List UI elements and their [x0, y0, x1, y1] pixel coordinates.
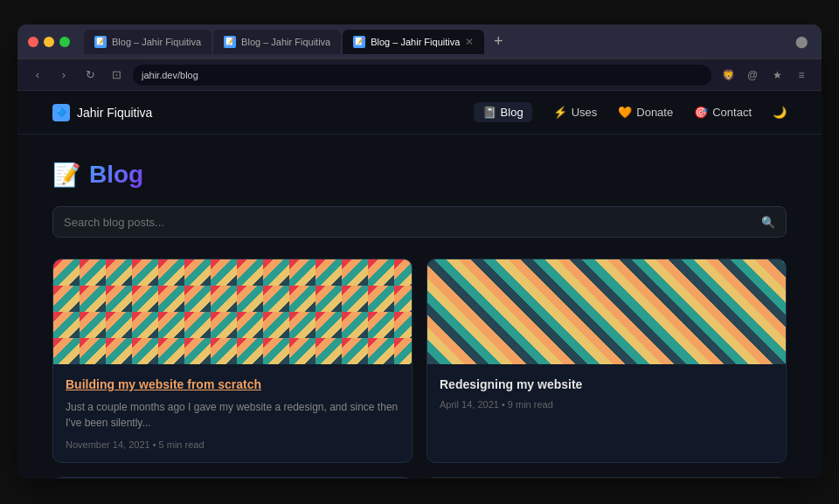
reload-button[interactable]: ↻ [80, 66, 100, 85]
nav-contact[interactable]: 🎯 Contact [694, 106, 752, 119]
blog-icon: 📓 [482, 106, 496, 119]
blog-card-4[interactable]: Which tools do I use? June 26, 2020 • 2 … [426, 477, 787, 479]
nav-donate[interactable]: 🧡 Donate [618, 106, 673, 119]
fullscreen-button[interactable] [59, 37, 70, 47]
site-nav: 🔷 Jahir Fiquitiva 📓 Blog ⚡ Uses 🧡 Donate [17, 91, 822, 135]
nav-blog-label: Blog [501, 106, 524, 119]
page-title: Blog [89, 161, 143, 189]
page-content: 🔷 Jahir Fiquitiva 📓 Blog ⚡ Uses 🧡 Donate [17, 91, 822, 479]
main-content: 📝 Blog 🔍 Building my website from scratc… [17, 135, 822, 479]
traffic-lights [28, 37, 70, 47]
blog-card-3-image [53, 478, 412, 479]
tab-1[interactable]: 📝 Blog – Jahir Fiquitiva [84, 30, 211, 54]
toolbar: ‹ › ↻ ⊡ jahir.dev/blog 🦁 @ ★ ≡ [17, 59, 822, 91]
back-button[interactable]: ‹ [28, 66, 47, 85]
star-icon[interactable]: ★ [767, 66, 787, 85]
nav-blog[interactable]: 📓 Blog [474, 102, 532, 122]
nav-donate-label: Donate [636, 106, 673, 119]
blog-card-1-meta: November 14, 2021 • 5 min read [66, 439, 399, 450]
logo-icon: 🔷 [52, 104, 70, 121]
blog-card-1-title: Building my website from scratch [66, 376, 399, 394]
page-title-icon: 📝 [52, 162, 80, 189]
menu-icon[interactable]: ≡ [792, 66, 811, 85]
blog-card-2-meta: April 14, 2021 • 9 min read [440, 399, 773, 410]
blog-card-2-body: Redesigning my website April 14, 2021 • … [427, 364, 786, 422]
tab-3-label: Blog – Jahir Fiquitiva [371, 37, 460, 47]
blog-card-1-image [53, 259, 412, 364]
forward-button[interactable]: › [54, 66, 73, 85]
address-bar[interactable]: jahir.dev/blog [133, 65, 711, 86]
blog-card-4-image [427, 478, 786, 479]
minimize-button[interactable] [44, 37, 54, 47]
nav-uses-label: Uses [572, 106, 598, 119]
window-control-right: ⬤ [792, 32, 811, 52]
page-title-area: 📝 Blog [52, 161, 787, 189]
titlebar: 📝 Blog – Jahir Fiquitiva 📝 Blog – Jahir … [17, 24, 822, 59]
nav-uses[interactable]: ⚡ Uses [553, 106, 598, 119]
tab-3-close[interactable]: ✕ [465, 36, 474, 48]
tab-2-favicon: 📝 [224, 36, 236, 48]
blog-card-2-image [427, 259, 786, 364]
nav-links: 📓 Blog ⚡ Uses 🧡 Donate 🎯 Contact [474, 102, 787, 122]
toolbar-extensions: 🦁 @ ★ ≡ [718, 66, 811, 85]
site-logo[interactable]: 🔷 Jahir Fiquitiva [52, 104, 152, 121]
theme-icon: 🌙 [773, 106, 787, 119]
address-url: jahir.dev/blog [142, 70, 198, 80]
account-icon[interactable]: @ [743, 66, 762, 85]
tab-2[interactable]: 📝 Blog – Jahir Fiquitiva [213, 30, 341, 54]
nav-contact-label: Contact [712, 106, 752, 119]
brave-icon[interactable]: 🦁 [718, 66, 738, 85]
donate-icon: 🧡 [618, 106, 632, 119]
logo-text: Jahir Fiquitiva [77, 106, 152, 120]
blog-grid: Building my website from scratch Just a … [52, 259, 787, 479]
nav-theme[interactable]: 🌙 [773, 106, 787, 119]
search-bar[interactable]: 🔍 [52, 206, 787, 238]
uses-icon: ⚡ [553, 106, 567, 119]
tab-2-label: Blog – Jahir Fiquitiva [241, 37, 330, 47]
blog-card-2-title: Redesigning my website [440, 376, 773, 394]
blog-card-1-excerpt: Just a couple months ago I gave my websi… [66, 399, 399, 431]
new-tab-button[interactable]: + [486, 30, 510, 54]
tab-1-favicon: 📝 [94, 36, 107, 48]
tab-1-label: Blog – Jahir Fiquitiva [112, 37, 201, 47]
home-button[interactable]: ⊡ [107, 66, 126, 85]
search-input[interactable] [64, 216, 754, 229]
blog-card-1[interactable]: Building my website from scratch Just a … [52, 259, 413, 463]
close-button[interactable] [28, 37, 38, 47]
blog-card-1-body: Building my website from scratch Just a … [53, 364, 412, 462]
tab-3[interactable]: 📝 Blog – Jahir Fiquitiva ✕ [343, 30, 484, 54]
search-icon: 🔍 [761, 216, 775, 229]
blog-card-2[interactable]: Redesigning my website April 14, 2021 • … [426, 259, 787, 463]
tabs-container: 📝 Blog – Jahir Fiquitiva 📝 Blog – Jahir … [84, 30, 785, 54]
contact-icon: 🎯 [694, 106, 708, 119]
blog-card-3[interactable]: Publishing a React component package on … [52, 477, 413, 479]
tab-3-favicon: 📝 [353, 36, 365, 48]
